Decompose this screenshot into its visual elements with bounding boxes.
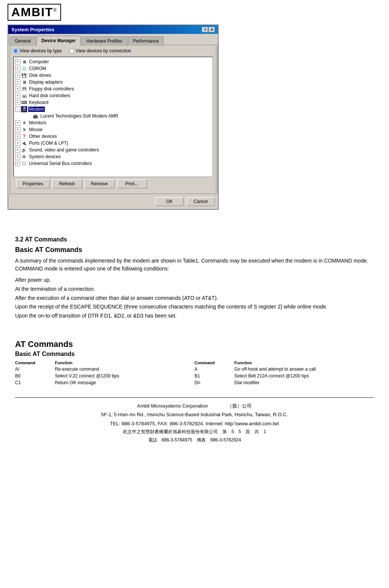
dialog-titlebar: System Properties ? ✕ xyxy=(8,25,218,34)
dialog-btn-row: Properties Refresh Remove Print... xyxy=(13,177,213,191)
expand-btn[interactable]: + xyxy=(15,59,20,64)
list-item[interactable]: + Ports (COM & LPT) xyxy=(15,140,211,147)
item-label: CDROM xyxy=(28,66,47,71)
list-item[interactable]: + Floppy disk controllers xyxy=(15,86,211,92)
expand-btn[interactable]: + xyxy=(15,127,20,132)
expand-btn[interactable]: + xyxy=(15,147,20,153)
floppy-icon xyxy=(21,86,27,92)
monitors-icon xyxy=(21,120,27,126)
remove-button[interactable]: Remove xyxy=(84,179,115,188)
func-cell: Select V.22 connect @1200 bps xyxy=(55,373,194,379)
radio-by-type-label: View devices by type xyxy=(20,48,62,53)
expand-btn[interactable]: + xyxy=(15,154,20,159)
logo-text: AMBIT® xyxy=(11,5,57,19)
item-label: Sound, video and game controllers xyxy=(28,147,100,153)
list-item[interactable]: + Hard disk controllers xyxy=(15,92,211,99)
logo-area: AMBIT® xyxy=(0,0,389,23)
expand-btn[interactable]: + xyxy=(15,73,20,78)
titlebar-buttons: ? ✕ xyxy=(202,27,215,32)
radio-by-connection-input[interactable] xyxy=(69,49,74,53)
cmd-cell: B1 xyxy=(194,373,234,379)
radio-row: View devices by type View devices by con… xyxy=(13,48,213,53)
list-item[interactable]: + Keyboard xyxy=(15,99,211,106)
mouse-icon xyxy=(21,127,27,133)
cdrom-icon xyxy=(21,66,27,72)
condition-item: At the termination of a connection. xyxy=(15,285,374,294)
footer-line1: Ambit Microsystems Corporation （股）公司 xyxy=(15,402,374,410)
ports-icon xyxy=(21,140,27,146)
item-label: Disk drives xyxy=(28,73,52,78)
list-item[interactable]: + CDROM xyxy=(15,65,211,72)
expand-btn[interactable]: + xyxy=(15,134,20,139)
refresh-button[interactable]: Refresh xyxy=(52,179,82,188)
item-label: Floppy disk controllers xyxy=(28,86,75,92)
system-icon xyxy=(21,154,27,160)
footer-line5: 電話 886-3-5784975 傳真 886-3-5782924 xyxy=(15,436,374,444)
cancel-button[interactable]: Cancel xyxy=(187,197,215,206)
properties-button[interactable]: Properties xyxy=(16,179,50,188)
list-item[interactable]: + Universal Serial Bus controllers xyxy=(15,160,211,167)
display-icon xyxy=(21,79,27,85)
radio-by-type[interactable]: View devices by type xyxy=(13,48,62,53)
expand-btn[interactable]: + xyxy=(15,100,20,105)
other-icon xyxy=(21,133,27,139)
expand-btn[interactable]: + xyxy=(15,79,20,85)
table-row: C1 Return OK message Dn Dial modifier xyxy=(15,379,374,386)
print-button[interactable]: Print... xyxy=(117,179,147,188)
radio-by-connection[interactable]: View devices by connection xyxy=(69,48,131,53)
cmd-cell: A xyxy=(194,366,234,373)
expand-btn[interactable]: + xyxy=(15,120,20,125)
device-tree[interactable]: + Computer + CDROM + Disk drives xyxy=(13,57,213,177)
expand-btn[interactable]: + xyxy=(15,66,20,71)
tab-hardware-profiles[interactable]: Hardware Profiles xyxy=(81,37,127,46)
dialog-box: System Properties ? ✕ General Device Man… xyxy=(8,24,219,210)
list-item[interactable]: - Modem xyxy=(15,106,211,113)
list-item[interactable]: + Display adapters xyxy=(15,79,211,86)
dialog-title: System Properties xyxy=(11,27,54,32)
func-cell: Re-execute command xyxy=(55,366,194,373)
func-cell: Select Bell 212A connect @1200 bps xyxy=(234,373,374,379)
list-item[interactable]: + System devices xyxy=(15,153,211,160)
expand-btn[interactable]: + xyxy=(15,161,20,166)
help-button[interactable]: ? xyxy=(202,27,208,32)
ok-button[interactable]: OK xyxy=(155,197,184,206)
expand-btn[interactable]: - xyxy=(15,107,20,112)
radio-by-type-input[interactable] xyxy=(13,49,18,53)
tab-performance[interactable]: Performance xyxy=(128,37,164,46)
tab-content: View devices by type View devices by con… xyxy=(10,45,216,194)
list-item[interactable]: + Sound, video and game controllers xyxy=(15,147,211,153)
expand-btn[interactable]: + xyxy=(15,86,20,92)
tab-row: General Device Manager Hardware Profiles… xyxy=(8,34,218,45)
list-item[interactable]: + Disk drives xyxy=(15,72,211,79)
expand-btn[interactable]: + xyxy=(15,93,20,98)
tab-general[interactable]: General xyxy=(10,37,36,46)
list-item[interactable]: + Other devices xyxy=(15,133,211,140)
body-paragraph: A summary of the commands implemented by… xyxy=(15,257,374,273)
condition-item: After power up. xyxy=(15,276,374,285)
dialog-container: System Properties ? ✕ General Device Man… xyxy=(8,24,219,210)
cmd-cell: A/ xyxy=(15,366,55,373)
condition-item: Upon the on-to-off transition of DTR if … xyxy=(15,312,374,321)
sound-icon xyxy=(21,147,27,153)
basic-at-subtitle: Basic AT Commands xyxy=(15,351,374,357)
list-item[interactable]: + Computer xyxy=(15,58,211,65)
computer-icon xyxy=(21,59,27,65)
list-item[interactable]: + Mouse xyxy=(15,126,211,133)
condition-item: Upon the receipt of the ESCAPE SEQUENCE … xyxy=(15,302,374,312)
tab-device-manager[interactable]: Device Manager xyxy=(37,36,81,45)
item-label: Monitors xyxy=(28,120,47,125)
condition-item: After the execution of a command other t… xyxy=(15,294,374,303)
logo-border: AMBIT® xyxy=(8,4,61,21)
ok-cancel-row: OK Cancel xyxy=(8,194,218,209)
item-label: Display adapters xyxy=(28,79,63,85)
list-item[interactable]: Lucent Technologies Soft Modem AMR xyxy=(26,113,211,119)
item-label: Universal Serial Bus controllers xyxy=(28,161,93,166)
list-item[interactable]: + Monitors xyxy=(15,119,211,126)
logo-name: AMBIT xyxy=(11,5,53,19)
item-label: System devices xyxy=(28,154,61,159)
close-button[interactable]: ✕ xyxy=(209,27,215,32)
item-label: Ports (COM & LPT) xyxy=(28,141,69,146)
expand-btn[interactable]: + xyxy=(15,141,20,146)
col-header: Function xyxy=(55,360,194,366)
item-label: Keyboard xyxy=(28,100,49,105)
